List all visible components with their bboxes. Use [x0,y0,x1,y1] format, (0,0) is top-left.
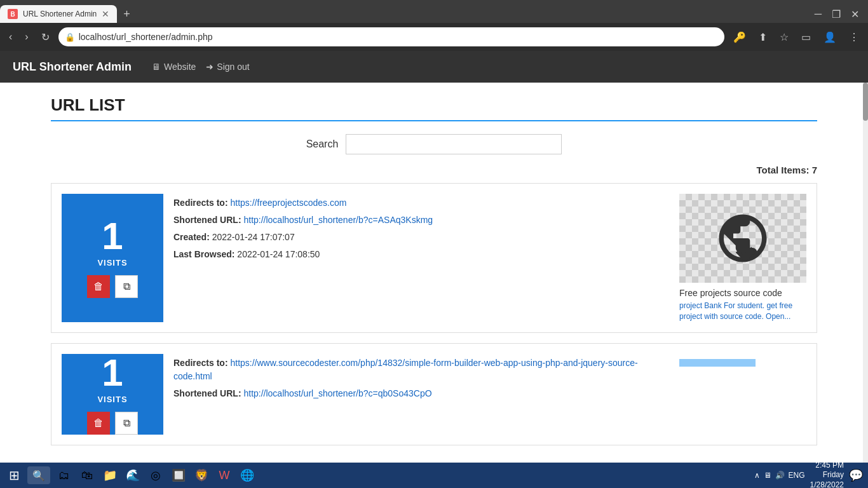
star-icon[interactable]: ☆ [776,29,792,46]
page-title: URL LIST [51,95,817,115]
visits-number: 1 [102,217,123,255]
redirects-row: Redirects to: https://freeprojectscodes.… [173,196,669,210]
visits-label: VISITS [97,258,127,268]
redirects-url[interactable]: https://www.sourcecodester.com/php/14832… [173,358,638,381]
sys-tray: ∧ 🖥 🔊 ENG [754,471,805,480]
scroll-thumb[interactable] [863,83,868,121]
notification-icon[interactable]: 💬 [849,468,863,482]
visits-actions: 🗑 ⧉ [87,275,138,298]
clock-time: 2:45 PM [810,461,844,471]
taskbar-folder-icon[interactable]: 📁 [100,465,120,485]
total-items: Total Items: 7 [51,165,817,175]
signout-link[interactable]: ➜ Sign out [206,62,249,72]
taskbar-edge-icon[interactable]: 🌊 [123,465,143,485]
address-bar[interactable] [58,27,724,46]
redirects-url[interactable]: https://freeprojectscodes.com [230,198,346,208]
clock-date-day: Friday [810,470,844,480]
signout-icon: ➜ [206,62,214,72]
bookmark-icon[interactable]: 🔑 [729,29,750,46]
taskbar-clock[interactable]: 2:45 PM Friday 1/28/2022 [810,461,844,488]
copy-button[interactable]: ⧉ [115,275,138,298]
security-icon: 🔒 [65,32,75,42]
taskbar-right: ∧ 🖥 🔊 ENG 2:45 PM Friday 1/28/2022 💬 [754,461,863,488]
delete-button[interactable]: 🗑 [87,275,110,298]
profile-icon[interactable]: 👤 [820,29,840,46]
visits-block: 1 VISITS 🗑 ⧉ [62,354,163,435]
new-tab-button[interactable]: + [117,8,137,21]
preview-image [679,194,806,283]
title-divider [51,120,817,121]
last-browsed-value: 2022-01-24 17:08:50 [237,249,320,259]
taskbar-googlechrome-icon[interactable]: 🌐 [237,465,257,485]
url-card: 1 VISITS 🗑 ⧉ Redirects to: https://freep… [51,183,817,333]
search-input[interactable] [346,134,562,154]
taskbar-search-button[interactable]: 🔍 [27,466,50,484]
visits-number: 1 [102,354,123,392]
url-card: 1 VISITS 🗑 ⧉ Redirects to: https://www.s… [51,343,817,445]
taskbar-wampserver-icon[interactable]: W [214,465,234,485]
tab-close-button[interactable]: ✕ [102,9,109,19]
taskbar-store-icon[interactable]: 🛍 [77,465,97,485]
created-row: Created: 2022-01-24 17:07:07 [173,231,669,244]
sidebar-toggle[interactable]: ▭ [797,29,815,46]
shortened-url[interactable]: http://localhost/url_shortener/b?c=ASAq3… [243,215,433,225]
search-label: Search [306,139,339,150]
taskbar-bravebrowser-icon[interactable]: 🦁 [191,465,212,485]
taskbar-chrome-icon[interactable]: ◎ [146,465,166,485]
share-icon[interactable]: ⬆ [755,29,771,46]
shortened-row: Shortened URL: http://localhost/url_shor… [173,387,669,400]
url-preview2 [679,354,806,435]
monitor-icon: 🖥 [152,62,161,72]
preview-desc: project Bank For student. get free proje… [679,301,806,322]
taskbar-icons: 🗂 🛍 📁 🌊 ◎ 🔲 🦁 W 🌐 [54,465,257,485]
search-row: Search [51,134,817,154]
last-browsed-row: Last Browsed: 2022-01-24 17:08:50 [173,248,669,261]
shortened-url[interactable]: http://localhost/url_shortener/b?c=qb0So… [243,388,431,398]
tab-favicon: B [8,9,18,19]
browser-tab[interactable]: B URL Shortener Admin ✕ [0,5,117,23]
url-info: Redirects to: https://freeprojectscodes.… [173,194,669,322]
reload-button[interactable]: ↻ [37,29,53,46]
back-button[interactable]: ‹ [5,29,16,45]
visits-label: VISITS [97,395,127,404]
minimize-button[interactable]: ─ [811,7,825,21]
start-button[interactable]: ⊞ [5,466,24,484]
tab-title: URL Shortener Admin [23,10,97,18]
tray-volume-icon: 🔊 [775,471,785,480]
preview-loading-bar [679,359,756,367]
visits-actions: 🗑 ⧉ [87,412,138,435]
url-preview: Free projects source code project Bank F… [679,194,806,322]
scrollbar[interactable] [863,83,868,463]
tray-network-icon: 🖥 [764,471,771,480]
app-title: URL Shortener Admin [13,60,132,74]
preview-title: Free projects source code [679,288,782,298]
taskbar: ⊞ 🔍 🗂 🛍 📁 🌊 ◎ 🔲 🦁 W 🌐 ∧ 🖥 🔊 ENG 2:45 PM … [0,463,868,488]
restore-button[interactable]: ❐ [828,7,844,22]
url-info: Redirects to: https://www.sourcecodester… [173,354,669,435]
shortened-row: Shortened URL: http://localhost/url_shor… [173,214,669,227]
app-header: URL Shortener Admin 🖥 Website ➜ Sign out [0,51,868,83]
redirects-row: Redirects to: https://www.sourcecodester… [173,356,669,383]
clock-date: 1/28/2022 [810,480,844,488]
delete-button[interactable]: 🗑 [87,412,110,435]
visits-block: 1 VISITS 🗑 ⧉ [62,194,163,322]
copy-button[interactable]: ⧉ [115,412,138,435]
website-link[interactable]: 🖥 Website [152,62,196,72]
tray-chevron[interactable]: ∧ [754,471,760,480]
main-content: URL LIST Search Total Items: 7 1 VISITS … [0,83,868,463]
forward-button[interactable]: › [21,29,32,45]
close-button[interactable]: ✕ [847,7,863,22]
taskbar-apps-icon[interactable]: 🔲 [168,465,189,485]
header-nav: 🖥 Website ➜ Sign out [152,62,250,72]
taskbar-files-icon[interactable]: 🗂 [54,465,74,485]
menu-button[interactable]: ⋮ [845,29,863,46]
created-value: 2022-01-24 17:07:07 [212,232,295,242]
tray-lang: ENG [789,471,805,480]
